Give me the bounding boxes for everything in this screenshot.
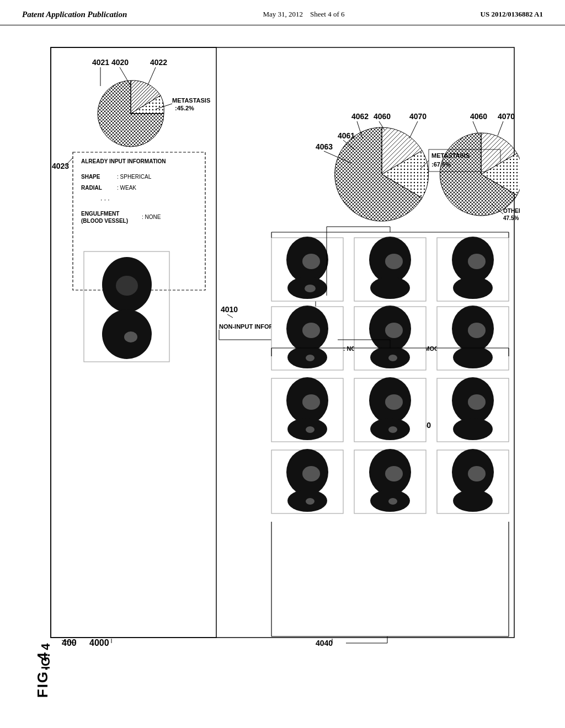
fig-label-text: FIG. 4: [34, 651, 51, 698]
label-4023: 4023: [52, 162, 69, 170]
label-4021: 4021: [92, 58, 109, 67]
label-4060a: 4060: [374, 112, 391, 121]
nodule-r1c3-bot: [453, 277, 493, 299]
already-input-title: ALREADY INPUT INFORMATION: [81, 158, 166, 164]
engulfment-value: : NONE: [142, 214, 161, 220]
nodule-r3c2-bot-hl: [388, 426, 397, 433]
nodule-r2c2-bot-hl: [388, 355, 397, 361]
nodule-r2c2-top-hl: [385, 323, 403, 338]
engulfment-sublabel: (BLOOD VESSEL): [81, 218, 128, 224]
others-pct: 47.5%: [503, 215, 519, 221]
others-label: OTHERS: [503, 208, 520, 214]
publication-date-sheet: May 31, 2012 Sheet 4 of 6: [263, 10, 344, 19]
label-4070b: 4070: [498, 112, 515, 121]
nodule-r2c3-top-hl: [468, 323, 486, 338]
nodule-r4c2-bot-hl: [388, 498, 397, 505]
nodule-r3c1-bot-hl: [306, 426, 315, 433]
radial-label: RADIAL: [81, 185, 102, 191]
label-4010: 4010: [221, 305, 238, 314]
figure-4-diagram: 400 4000 4021 4020 4022 METASTAS: [45, 42, 520, 665]
svg-line-9: [147, 67, 156, 86]
nodule-r2c1-top-hl: [302, 323, 320, 338]
nodule-highlight-upper: [116, 276, 138, 296]
nodule-r4c3-bot: [453, 490, 493, 512]
nodule-r1c1-top-hl: [302, 254, 320, 269]
nodule-r3c3-bot: [453, 418, 493, 440]
page-header: Patent Application Publication May 31, 2…: [0, 0, 565, 25]
metastasis-small-label: METASTASIS: [172, 97, 210, 104]
label-4062: 4062: [351, 112, 369, 121]
nodule-r2c3-bot: [453, 346, 493, 368]
publication-number: US 2012/0136882 A1: [481, 10, 543, 19]
svg-line-26: [473, 121, 478, 135]
label-4063: 4063: [316, 142, 333, 151]
label-4020: 4020: [111, 58, 129, 67]
nodule-r1c3-top-hl: [468, 254, 486, 269]
metastasis-small-pct: :45.2%: [175, 105, 194, 111]
nodule-r3c2-top-hl: [385, 394, 403, 410]
label-4040: 4040: [316, 639, 333, 647]
nodule-r1c2-top-hl: [385, 254, 403, 269]
engulfment-label: ENGULFMENT: [81, 211, 119, 217]
nodule-r3c1-top-hl: [302, 394, 320, 410]
svg-line-22: [409, 121, 418, 138]
pub-date: May 31, 2012: [263, 10, 303, 18]
nodule-highlight-lower: [124, 331, 137, 342]
nodule-r1c2-bot: [370, 277, 410, 299]
label-4060b: 4060: [470, 112, 487, 121]
nodule-r4c1-bot-hl: [306, 498, 315, 505]
nodule-r4c3-top-hl: [468, 466, 486, 481]
label-4022: 4022: [150, 58, 167, 67]
shape-value: : SPHERICAL: [117, 174, 152, 180]
nodule-r4c1-top-hl: [302, 466, 320, 481]
radial-value: : WEAK: [117, 185, 136, 191]
label-4000: 4000: [89, 638, 109, 647]
nodule-r2c1-bot-hl: [306, 355, 315, 361]
nodule-r3c3-top-hl: [468, 394, 486, 410]
publication-title: Patent Application Publication: [22, 10, 127, 19]
shape-label: SHAPE: [81, 174, 100, 180]
diagram-svg: 400 4000 4021 4020 4022 METASTAS: [45, 42, 520, 665]
nodule-r1c1-bot-hl: [305, 285, 316, 292]
nodule-r4c2-top-hl: [385, 466, 403, 481]
main-content: 400 4000 4021 4020 4022 METASTAS: [0, 25, 565, 682]
svg-line-27: [498, 121, 503, 136]
svg-line-14: [227, 314, 233, 318]
dots: · · ·: [100, 196, 110, 204]
label-4070a: 4070: [409, 112, 427, 121]
sheet-info: Sheet 4 of 6: [310, 10, 344, 18]
